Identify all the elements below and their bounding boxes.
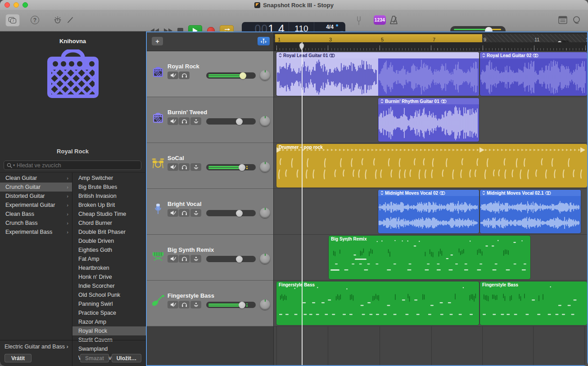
category-item-clean-bass[interactable]: Clean Bass › [0, 210, 72, 219]
monitor-button[interactable] [190, 255, 201, 263]
mute-button[interactable] [167, 255, 178, 263]
monitor-button[interactable] [190, 117, 201, 125]
category-item-crunch-bass[interactable]: Crunch Bass › [0, 219, 72, 228]
pan-knob[interactable] [260, 116, 270, 126]
track-header-burnin-tweed[interactable]: Burnin' Tweed [147, 97, 273, 143]
count-in-button[interactable]: 1234 [374, 15, 386, 25]
track-header-bright-vocal[interactable]: Bright Vocal [147, 189, 273, 235]
add-track-button[interactable]: + [152, 37, 163, 45]
patch-item-british-invasion[interactable]: British Invasion [72, 192, 146, 201]
region-midnight-moves-vocal-02-1[interactable]: Midnight Moves Vocal 02.1 [480, 190, 581, 233]
region-fingerstyle-bass-2[interactable]: Fingerstyle Bass [480, 281, 587, 325]
patch-item-eighties-goth[interactable]: Eighties Goth [72, 245, 146, 254]
category-item-experimental-guitar[interactable]: Experimental Guitar › [0, 201, 72, 210]
track-header-socal[interactable]: SoCal [147, 143, 273, 189]
patch-item-razor-amp[interactable]: Razor Amp [72, 317, 146, 326]
solo-button[interactable] [179, 255, 190, 263]
volume-knob[interactable] [239, 164, 245, 171]
volume-knob[interactable] [236, 256, 243, 263]
pan-knob[interactable] [260, 208, 270, 218]
monitor-button[interactable] [190, 163, 201, 171]
monitor-button[interactable] [190, 301, 201, 308]
region-drummer-pop-rock[interactable]: Drummer – pop rock [276, 144, 587, 187]
ruler[interactable]: 135791113 [274, 32, 587, 51]
playhead[interactable] [302, 42, 303, 365]
region-burnin-rhythm-guitar-01[interactable]: Burnin' Rhythm Guitar 01 [378, 98, 479, 142]
playhead-marker[interactable] [299, 43, 304, 51]
track-volume-slider[interactable] [206, 210, 256, 216]
category-item-distorted-guitar[interactable]: Distorted Guitar › [0, 192, 72, 201]
patch-item-old-school-punk[interactable]: Old School Punk [72, 290, 146, 299]
patch-item-fat-amp[interactable]: Fat Amp [72, 254, 146, 263]
cycle-region[interactable] [275, 34, 482, 42]
volume-knob[interactable] [236, 210, 243, 217]
pan-knob[interactable] [260, 254, 270, 264]
patch-item-chord-burner[interactable]: Chord Burner [72, 219, 146, 228]
patch-item-heartbroken[interactable]: Heartbroken [72, 263, 146, 272]
revert-button[interactable]: Vrátit [5, 354, 32, 362]
category-item-clean-guitar[interactable]: Clean Guitar › [0, 174, 72, 183]
region-royal-lead-guitar-01[interactable]: Royal Lead Guitar 01 [276, 52, 479, 96]
metronome-button[interactable] [389, 15, 398, 25]
track-header-royal-rock[interactable]: Royal Rock [147, 51, 273, 97]
track-header-fingerstyle-bass[interactable]: Fingerstyle Bass [147, 281, 273, 326]
delete-button[interactable]: Smazat [80, 354, 109, 362]
category-item-crunch-guitar[interactable]: Crunch Guitar › [0, 183, 72, 192]
patch-item-cheap-studio-time[interactable]: Cheap Studio Time [72, 210, 146, 219]
catch-playhead-button[interactable] [258, 37, 270, 45]
track-volume-slider[interactable] [206, 164, 256, 170]
pan-knob[interactable] [260, 162, 270, 172]
mute-button[interactable] [167, 71, 178, 79]
patch-item-royal-rock[interactable]: Royal Rock [72, 326, 146, 335]
search-input[interactable] [17, 162, 138, 169]
patch-location-breadcrumb[interactable]: Electric Guitar and Bass › [5, 344, 68, 350]
region-big-synth-remix[interactable]: Big Synth Remix [329, 236, 530, 279]
region-fingerstyle-bass[interactable]: Fingerstyle Bass [276, 281, 479, 325]
solo-button[interactable] [179, 71, 190, 79]
pan-knob[interactable] [260, 299, 270, 310]
patch-item-double-driven[interactable]: Double Driven [72, 237, 146, 245]
notepad-button[interactable] [558, 16, 567, 24]
mute-button[interactable] [167, 301, 178, 308]
patch-item-amp-switcher[interactable]: Amp Switcher [72, 174, 146, 183]
beat-ruler[interactable] [274, 42, 587, 51]
patch-item-double-brit-phaser[interactable]: Double Brit Phaser [72, 228, 146, 237]
solo-button[interactable] [179, 301, 190, 308]
pan-knob[interactable] [260, 70, 270, 80]
track-buttons [167, 71, 190, 79]
search-scope-chevron-icon[interactable]: ▾ [13, 163, 15, 167]
patch-item-panning-swirl[interactable]: Panning Swirl [72, 299, 146, 308]
patch-item-indie-scorcher[interactable]: Indie Scorcher [72, 281, 146, 290]
category-item-experimental-bass[interactable]: Experimental Bass › [0, 228, 72, 237]
patch-item-big-brute-blues[interactable]: Big Brute Blues [72, 183, 146, 192]
volume-knob[interactable] [239, 302, 245, 308]
track-volume-slider[interactable] [206, 118, 256, 125]
patch-item-practice-space[interactable]: Practice Space [72, 308, 146, 317]
mute-button[interactable] [167, 209, 178, 217]
tuner-button[interactable] [355, 16, 363, 26]
patch-item-honk-n-drive[interactable]: Honk n' Drive [72, 272, 146, 281]
editors-button[interactable] [66, 16, 75, 25]
solo-button[interactable] [179, 209, 190, 217]
cycle-strip[interactable]: 135791113 [274, 34, 587, 42]
patch-item-broken-up-brit[interactable]: Broken Up Brit [72, 201, 146, 210]
library-search-field[interactable]: ▾ [4, 161, 141, 170]
track-volume-slider[interactable] [206, 72, 256, 79]
save-button[interactable]: Uložit… [112, 354, 141, 362]
monitor-button[interactable] [190, 209, 201, 217]
quick-help-button[interactable]: ? [31, 16, 39, 24]
library-toggle-button[interactable]: ♪ [5, 14, 20, 27]
volume-knob[interactable] [240, 72, 246, 79]
solo-button[interactable] [179, 117, 190, 125]
track-volume-slider[interactable] [206, 302, 256, 308]
smart-controls-button[interactable] [53, 16, 62, 25]
mute-button[interactable] [167, 117, 178, 125]
solo-button[interactable] [179, 163, 190, 171]
track-volume-slider[interactable] [206, 256, 256, 262]
region-midnight-moves-vocal-02[interactable]: Midnight Moves Vocal 02 [378, 190, 479, 233]
loop-browser-button[interactable] [572, 15, 581, 25]
mute-button[interactable] [167, 163, 178, 171]
region-royal-lead-guitar-02[interactable]: Royal Lead Guitar 02 [480, 52, 587, 96]
track-header-big-synth-remix[interactable]: Big Synth Remix [147, 235, 273, 281]
volume-knob[interactable] [236, 118, 243, 125]
